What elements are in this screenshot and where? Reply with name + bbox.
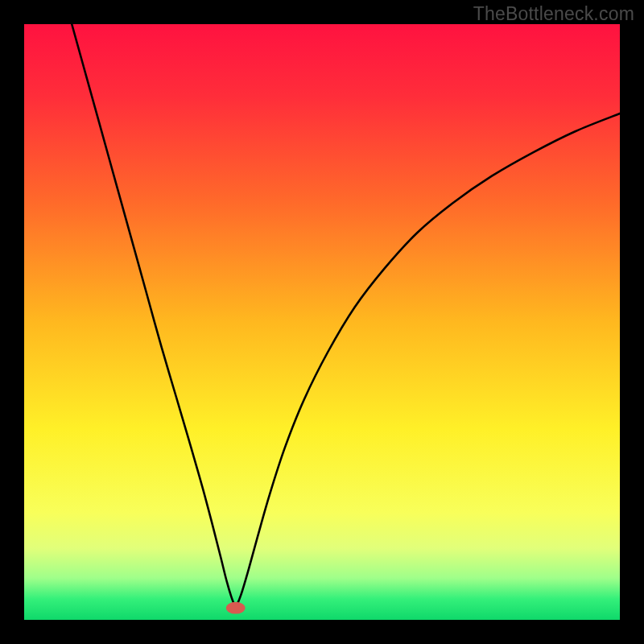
chart-background xyxy=(24,24,620,620)
chart-frame: TheBottleneck.com xyxy=(0,0,644,644)
optimum-marker xyxy=(226,602,246,614)
watermark-text: TheBottleneck.com xyxy=(473,3,634,25)
bottleneck-chart xyxy=(24,24,620,620)
